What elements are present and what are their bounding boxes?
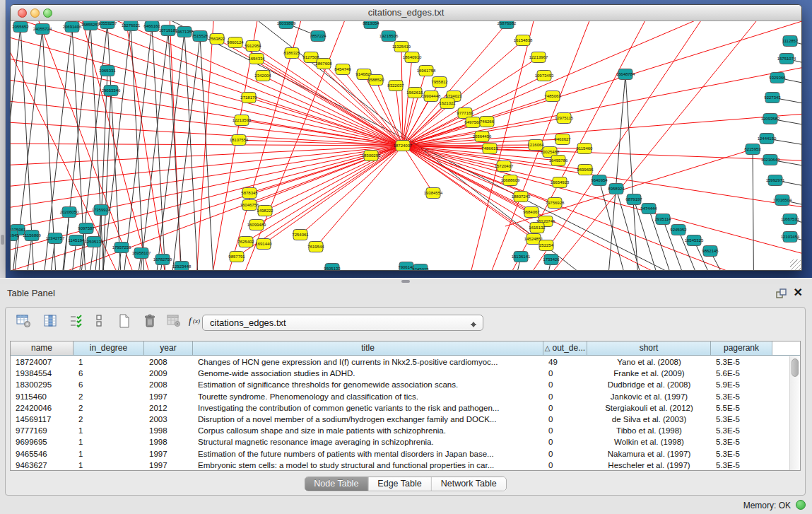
- table-cell[interactable]: 1: [73, 460, 144, 470]
- table-cell[interactable]: 1997: [144, 460, 193, 470]
- tab-network-table[interactable]: Network Table: [432, 477, 506, 491]
- graph-node[interactable]: 19218506: [379, 31, 399, 42]
- table-cell[interactable]: 0: [543, 368, 587, 379]
- graph-node[interactable]: 17016504: [773, 195, 792, 206]
- graph-node[interactable]: 12342757: [46, 233, 65, 244]
- table-cell[interactable]: Tibbo et al. (1998): [587, 425, 711, 436]
- graph-node[interactable]: 1691440: [255, 239, 272, 250]
- table-cell[interactable]: Estimation of the future numbers of pati…: [193, 448, 543, 460]
- graph-node[interactable]: 18724007: [394, 141, 413, 151]
- graph-node[interactable]: 1112857: [782, 36, 799, 47]
- graph-node[interactable]: 7857224: [310, 31, 326, 42]
- graph-node[interactable]: 12213593: [233, 115, 252, 126]
- graph-node[interactable]: 16654923: [551, 177, 570, 188]
- graph-node[interactable]: 2342004: [254, 71, 271, 81]
- table-cell[interactable]: Jankovic et al. (1997): [587, 391, 711, 402]
- delete-columns-button[interactable]: [139, 312, 161, 333]
- graph-node[interactable]: 19384554: [424, 188, 443, 199]
- graph-node[interactable]: 2065331: [99, 66, 116, 76]
- table-cell[interactable]: 1: [73, 436, 144, 448]
- table-cell[interactable]: Embryonic stem cells: a model to study s…: [193, 460, 543, 470]
- graph-node[interactable]: 18807243: [512, 192, 531, 202]
- table-cell[interactable]: Dudbridge et al. (2008): [587, 379, 711, 390]
- graph-node[interactable]: 20206050: [60, 207, 79, 218]
- graph-node[interactable]: 9245052: [670, 225, 687, 235]
- table-cell[interactable]: 9463627: [11, 460, 73, 470]
- table-cell[interactable]: 5.3E-5: [711, 436, 772, 448]
- graph-node[interactable]: 18640910: [403, 52, 422, 63]
- table-row[interactable]: 946362711997Embryonic stem cells: a mode…: [11, 460, 789, 470]
- float-window-icon[interactable]: [776, 288, 787, 298]
- graph-node[interactable]: 8454749: [334, 64, 351, 75]
- graph-node[interactable]: 5912954: [245, 41, 261, 52]
- graph-node[interactable]: 7486619: [481, 144, 498, 154]
- table-cell[interactable]: 5.3E-5: [711, 425, 772, 436]
- network-view-canvas[interactable]: 2055652240557242069140616855257105532571…: [11, 21, 801, 271]
- select-columns-button[interactable]: [65, 312, 88, 333]
- graph-node[interactable]: 17359924: [92, 205, 111, 216]
- graph-node[interactable]: 7619544: [307, 242, 324, 252]
- table-cell[interactable]: Stergiakouli et al. (2012): [587, 402, 711, 414]
- table-cell[interactable]: 0: [543, 425, 587, 436]
- graph-node[interactable]: 8813054: [363, 21, 379, 29]
- table-row[interactable]: 946554611997Estimation of the future num…: [11, 448, 789, 460]
- table-cell[interactable]: Structural magnetic resonance image aver…: [193, 436, 543, 448]
- graph-node[interactable]: 10688609: [501, 175, 520, 186]
- graph-node[interactable]: 12444150: [758, 134, 777, 144]
- network-graph[interactable]: 2055652240557242069140616855257105532571…: [11, 21, 801, 271]
- table-cell[interactable]: 1998: [144, 425, 193, 436]
- table-cell[interactable]: 18724007: [11, 356, 73, 368]
- graph-node[interactable]: 7955812: [431, 77, 448, 88]
- table-cell[interactable]: 0: [543, 460, 587, 470]
- graph-node[interactable]: 12923448: [172, 262, 192, 271]
- table-cell[interactable]: 0: [543, 402, 587, 414]
- table-cell[interactable]: 0: [543, 436, 587, 448]
- table-row[interactable]: 911546021997Tourette syndrome. Phenomeno…: [11, 391, 789, 402]
- table-cell[interactable]: 9465546: [11, 448, 73, 460]
- table-cell[interactable]: Disruption of a novel member of a sodium…: [193, 414, 543, 425]
- zoom-button[interactable]: [43, 8, 52, 18]
- graph-node[interactable]: 9474444: [640, 204, 657, 214]
- table-cell[interactable]: Wolkin et al. (1998): [587, 436, 711, 448]
- graph-node[interactable]: 10973493: [535, 71, 554, 81]
- table-cell[interactable]: 1: [73, 425, 144, 436]
- splitter-grip-icon[interactable]: [1, 235, 4, 245]
- graph-node[interactable]: 16099489: [247, 220, 266, 230]
- graph-node[interactable]: 9115460: [577, 144, 594, 154]
- graph-node[interactable]: 8215953: [744, 144, 761, 155]
- table-cell[interactable]: Investigating the contribution of common…: [193, 402, 543, 414]
- graph-node[interactable]: 6497568: [464, 117, 481, 128]
- table-cell[interactable]: 0: [543, 414, 587, 425]
- table-cell[interactable]: Tourette syndrome. Phenomenology and cla…: [193, 391, 543, 402]
- graph-node[interactable]: 9227343: [764, 93, 781, 103]
- show-columns-button[interactable]: [40, 312, 62, 333]
- table-cell[interactable]: 5.3E-5: [711, 460, 772, 470]
- table-cell[interactable]: 2: [73, 402, 144, 414]
- graph-node[interactable]: 12093582: [761, 114, 780, 124]
- graph-node[interactable]: 9329366: [769, 73, 786, 83]
- table-cell[interactable]: Hescheler et al. (1997): [587, 460, 711, 470]
- table-cell[interactable]: Nakamura et al. (1997): [587, 448, 711, 460]
- graph-node[interactable]: 12103454: [781, 232, 800, 243]
- table-cell[interactable]: Genome-wide association studies in ADHD.: [193, 368, 543, 379]
- graph-node[interactable]: 9463627: [554, 134, 571, 145]
- graph-node[interactable]: 8186325: [283, 48, 300, 59]
- graph-node[interactable]: 1216064: [527, 140, 544, 151]
- table-cell[interactable]: 9777169: [11, 425, 73, 436]
- table-row[interactable]: 1872400712008Changes of HCN gene express…: [11, 356, 789, 368]
- column-header-short[interactable]: short: [587, 341, 711, 355]
- table-cell[interactable]: 9699695: [11, 436, 73, 448]
- graph-node[interactable]: 16648784: [616, 69, 635, 80]
- graph-node[interactable]: 15751074: [777, 54, 796, 64]
- scrollbar-thumb[interactable]: [792, 358, 799, 377]
- network-table-select[interactable]: citations_edges.txt: [202, 315, 483, 331]
- table-cell[interactable]: 19384554: [11, 368, 73, 379]
- divider-handle[interactable]: [401, 280, 410, 283]
- table-cell[interactable]: 2: [73, 414, 144, 425]
- graph-node[interactable]: 18300295: [362, 151, 381, 161]
- table-cell[interactable]: 0: [543, 448, 587, 460]
- graph-node[interactable]: 1621022: [439, 98, 456, 109]
- graph-node[interactable]: 15136141: [512, 252, 531, 262]
- graph-node[interactable]: 1588520: [367, 75, 384, 86]
- graph-node[interactable]: 16495786: [549, 156, 568, 166]
